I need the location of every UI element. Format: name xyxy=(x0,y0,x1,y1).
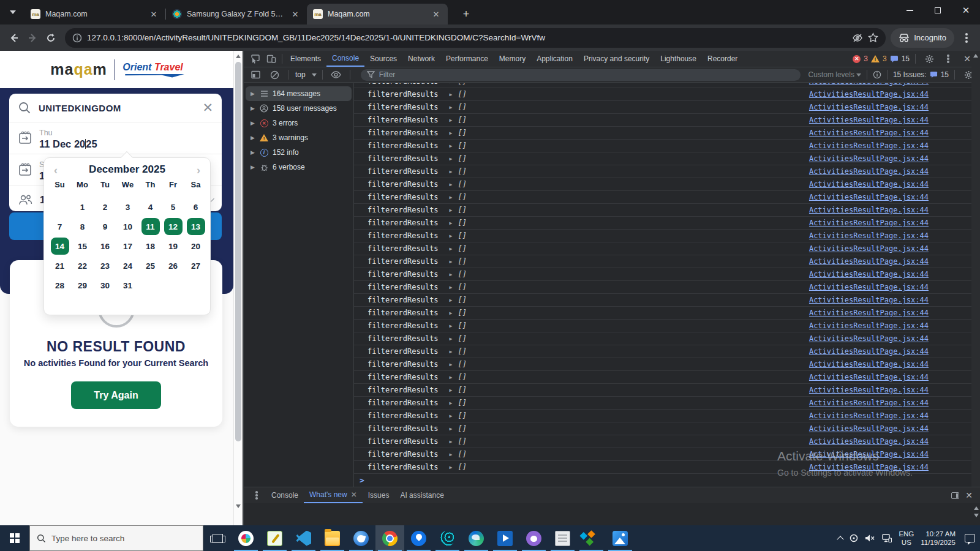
expand-arrow-icon[interactable]: ▶ xyxy=(450,452,453,457)
source-location-link[interactable]: ActivitiesResultPage.jsx:44 xyxy=(809,244,929,253)
start-button[interactable] xyxy=(0,525,29,551)
source-location-link[interactable]: ActivitiesResultPage.jsx:44 xyxy=(809,360,929,369)
back-button[interactable] xyxy=(5,29,23,47)
site-info-icon[interactable] xyxy=(72,33,82,43)
console-filter-input[interactable]: Filter xyxy=(361,69,801,81)
expand-arrow-icon[interactable]: ▶ xyxy=(450,349,453,354)
devtools-tab-privacy-and-security[interactable]: Privacy and security xyxy=(578,51,655,67)
taskbar-app-notepad2[interactable] xyxy=(548,525,577,551)
expand-arrow-icon[interactable]: ▶ xyxy=(450,169,453,174)
close-window-button[interactable]: ✕ xyxy=(952,0,980,21)
calendar-day-23[interactable]: 23 xyxy=(94,256,116,276)
expand-arrow-icon[interactable]: ▶ xyxy=(450,388,453,393)
language-indicator[interactable]: ENGUS xyxy=(899,530,914,547)
strip-scrollbar[interactable] xyxy=(974,506,979,517)
warning-count[interactable]: 3 xyxy=(883,54,887,63)
calendar-day-13[interactable]: 13 xyxy=(184,217,207,236)
issues-counter[interactable]: 15 Issues: 15 xyxy=(893,70,949,79)
warning-badge-icon[interactable]: ! xyxy=(871,55,880,62)
source-location-link[interactable]: ActivitiesResultPage.jsx:44 xyxy=(809,193,929,201)
expand-arrow-icon[interactable]: ▶ xyxy=(450,182,453,187)
source-location-link[interactable]: ActivitiesResultPage.jsx:44 xyxy=(809,103,929,111)
taskbar-app-chrome[interactable] xyxy=(375,525,404,551)
taskbar-app-movies-tv[interactable] xyxy=(491,525,519,551)
sidebar-item-152-info[interactable]: ▶i152 info xyxy=(246,145,352,160)
calendar-day-5[interactable]: 5 xyxy=(162,197,184,217)
live-expression-button[interactable] xyxy=(328,67,344,82)
calendar-day-21[interactable]: 21 xyxy=(48,256,71,276)
devtools-tab-memory[interactable]: Memory xyxy=(494,51,531,67)
calendar-day-14[interactable]: 14 xyxy=(48,236,71,256)
scroll-down-arrow-icon[interactable] xyxy=(236,504,241,508)
expand-arrow-icon[interactable]: ▶ xyxy=(450,362,453,367)
date-from-field[interactable]: Thu 11 Dec 2025 xyxy=(9,122,222,154)
console-scrollbar[interactable] xyxy=(971,51,980,525)
expand-arrow-icon[interactable]: ▶ xyxy=(450,336,453,342)
source-location-link[interactable]: ActivitiesResultPage.jsx:44 xyxy=(809,283,929,291)
calendar-day-31[interactable]: 31 xyxy=(116,276,139,295)
destination-search-row[interactable]: UNITEDKINGDOM ✕ xyxy=(9,94,222,122)
scroll-up-arrow-icon[interactable] xyxy=(974,506,979,510)
calendar-day-3[interactable]: 3 xyxy=(116,197,139,217)
expand-arrow-icon[interactable]: ▶ xyxy=(450,118,453,123)
calendar-day-27[interactable]: 27 xyxy=(184,256,207,276)
calendar-day-8[interactable]: 8 xyxy=(71,217,94,236)
expand-arrow-icon[interactable]: ▶ xyxy=(450,143,453,149)
drawer-tab-ai-assistance[interactable]: AI assistance xyxy=(394,487,449,503)
calendar-day-15[interactable]: 15 xyxy=(71,236,94,256)
device-toolbar-button[interactable] xyxy=(263,51,279,66)
custom-levels-dropdown[interactable]: Custom levels xyxy=(809,70,861,79)
devtools-tab-network[interactable]: Network xyxy=(402,51,440,67)
expand-arrow-icon[interactable]: ▶ xyxy=(450,83,453,84)
close-tab-icon[interactable]: ✕ xyxy=(351,488,357,502)
source-location-link[interactable]: ActivitiesResultPage.jsx:44 xyxy=(809,257,929,266)
expand-arrow-icon[interactable]: ▶ xyxy=(450,130,453,136)
calendar-day-7[interactable]: 7 xyxy=(48,217,71,236)
calendar-day-30[interactable]: 30 xyxy=(94,276,116,295)
taskbar-app-slack[interactable] xyxy=(232,525,260,551)
calendar-day-25[interactable]: 25 xyxy=(139,256,162,276)
devtools-tab-sources[interactable]: Sources xyxy=(364,51,402,67)
source-location-link[interactable]: ActivitiesResultPage.jsx:44 xyxy=(809,129,929,137)
source-location-link[interactable]: ActivitiesResultPage.jsx:44 xyxy=(809,347,929,356)
forward-button[interactable] xyxy=(23,29,42,47)
dock-side-icon[interactable] xyxy=(951,492,959,499)
clear-console-button[interactable] xyxy=(266,67,282,82)
calendar-day-24[interactable]: 24 xyxy=(116,256,139,276)
calendar-day-1[interactable]: 1 xyxy=(71,197,94,217)
task-view-button[interactable] xyxy=(203,525,232,551)
expand-arrow-icon[interactable]: ▶ xyxy=(450,220,453,226)
taskbar-app-thunderbird[interactable] xyxy=(347,525,375,551)
expand-arrow-icon[interactable]: ▶ xyxy=(450,413,453,419)
source-location-link[interactable]: ActivitiesResultPage.jsx:44 xyxy=(809,219,929,227)
expand-arrow-icon[interactable]: ▶ xyxy=(450,298,453,303)
expand-arrow-icon[interactable]: ▶ xyxy=(251,149,255,156)
calendar-day-17[interactable]: 17 xyxy=(116,236,139,256)
expand-arrow-icon[interactable]: ▶ xyxy=(450,465,453,470)
taskbar-app-drawio[interactable] xyxy=(577,525,606,551)
expand-arrow-icon[interactable]: ▶ xyxy=(251,105,255,111)
expand-arrow-icon[interactable]: ▶ xyxy=(450,259,453,264)
message-count[interactable]: 15 xyxy=(902,54,910,63)
source-location-link[interactable]: ActivitiesResultPage.jsx:44 xyxy=(809,411,929,420)
taskbar-app-file-explorer[interactable] xyxy=(318,525,347,551)
devtools-tab-lighthouse[interactable]: Lighthouse xyxy=(655,51,702,67)
close-drawer-icon[interactable]: ✕ xyxy=(965,490,973,500)
error-badge-icon[interactable]: ✕ xyxy=(853,55,861,63)
js-context-selector[interactable]: top xyxy=(294,70,307,79)
expand-arrow-icon[interactable]: ▶ xyxy=(450,310,453,316)
source-location-link[interactable]: ActivitiesResultPage.jsx:44 xyxy=(809,296,929,304)
scroll-down-arrow-icon[interactable] xyxy=(974,514,979,517)
drawer-menu-button[interactable] xyxy=(249,488,265,503)
scroll-up-arrow-icon[interactable] xyxy=(236,54,241,58)
message-bubble-icon[interactable] xyxy=(890,55,899,63)
calendar-day-19[interactable]: 19 xyxy=(162,236,184,256)
source-location-link[interactable]: ActivitiesResultPage.jsx:44 xyxy=(809,141,929,150)
maximize-button[interactable] xyxy=(924,0,952,21)
devtools-menu-button[interactable] xyxy=(940,51,956,66)
source-location-link[interactable]: ActivitiesResultPage.jsx:44 xyxy=(809,154,929,163)
calendar-day-4[interactable]: 4 xyxy=(139,197,162,217)
source-location-link[interactable]: ActivitiesResultPage.jsx:44 xyxy=(809,180,929,189)
source-location-link[interactable]: ActivitiesResultPage.jsx:44 xyxy=(809,424,929,433)
source-location-link[interactable]: ActivitiesResultPage.jsx:44 xyxy=(809,206,929,214)
